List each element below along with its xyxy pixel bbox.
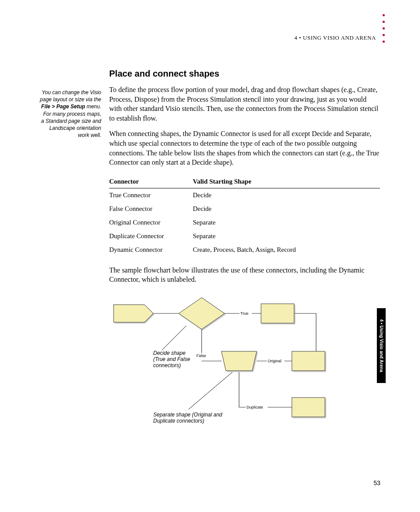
body-paragraph: When connecting shapes, the Dynamic Conn…	[109, 129, 380, 167]
false-label: False	[196, 354, 206, 358]
table-row: True ConnectorDecide	[109, 188, 380, 202]
table-header: Valid Starting Shape	[193, 175, 380, 188]
callout-decide: Decide shape (True and False connectors)	[153, 350, 197, 368]
chapter-tab: 4 • Using Visio and Arena	[377, 308, 386, 383]
svg-rect-9	[292, 398, 325, 417]
table-row: Dynamic ConnectorCreate, Process, Batch,…	[109, 243, 380, 257]
connector-table: Connector Valid Starting Shape True Conn…	[109, 175, 380, 257]
svg-rect-8	[292, 351, 325, 371]
header-dots	[383, 14, 385, 43]
table-row: False ConnectorDecide	[109, 202, 380, 216]
table-row: Duplicate ConnectorSeparate	[109, 229, 380, 243]
svg-rect-7	[261, 304, 294, 323]
flowchart-diagram: True False Original Duplicate Decide sha…	[109, 295, 380, 449]
true-label: True	[240, 311, 248, 316]
body-paragraph: The sample flowchart below illustrates t…	[109, 265, 380, 284]
section-title: Place and connect shapes	[109, 69, 380, 79]
margin-note: You can change the Visio page layout or …	[40, 89, 101, 139]
table-header: Connector	[109, 175, 193, 188]
svg-line-5	[162, 326, 186, 350]
table-row: Original ConnectorSeparate	[109, 216, 380, 229]
callout-separate: Separate shape (Original and Duplicate c…	[153, 412, 224, 424]
duplicate-label: Duplicate	[247, 405, 263, 409]
body-paragraph: To define the process flow portion of yo…	[109, 85, 380, 123]
svg-line-6	[188, 372, 232, 409]
page-number: 53	[373, 479, 380, 486]
original-label: Original	[268, 359, 281, 363]
running-head: 4 • USING VISIO AND ARENA	[295, 34, 376, 41]
